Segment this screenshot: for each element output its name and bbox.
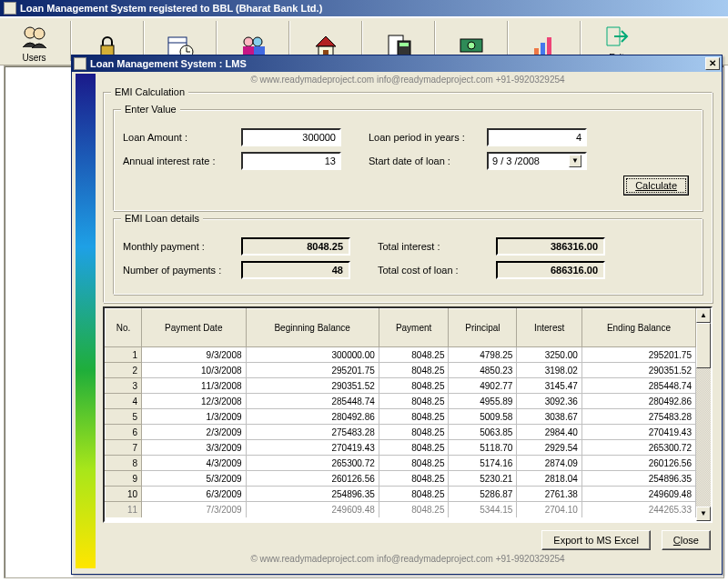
table-row[interactable]: 412/3/2008285448.748048.254955.893092.36… (106, 394, 696, 409)
monthly-payment-value: 8048.25 (241, 237, 350, 256)
table-row[interactable]: 106/3/2009254896.358048.255286.872761.38… (106, 487, 696, 502)
table-cell: 7/3/2009 (142, 502, 247, 517)
table-row[interactable]: 19/3/2008300000.008048.254798.253250.002… (106, 347, 696, 363)
table-cell: 254896.35 (581, 471, 695, 487)
table-cell: 295201.75 (246, 363, 379, 378)
amortization-table-wrap: No.Payment DateBeginning BalancePaymentP… (103, 306, 713, 523)
table-cell: 2984.40 (517, 425, 581, 440)
table-cell: 260126.56 (581, 456, 695, 471)
loan-amount-input[interactable] (241, 128, 341, 146)
toolbar-label: Users (22, 53, 46, 63)
table-cell: 8048.25 (379, 502, 449, 517)
monthly-payment-label: Monthly payment : (123, 241, 241, 252)
table-cell: 290351.52 (581, 363, 695, 378)
table-cell: 3250.00 (517, 347, 581, 363)
table-cell: 270419.43 (246, 440, 379, 456)
table-header[interactable]: No. (106, 309, 142, 347)
scroll-down-icon[interactable]: ▼ (696, 507, 711, 521)
table-cell: 11/3/2008 (142, 378, 247, 394)
table-row[interactable]: 51/3/2009280492.868048.255009.583038.672… (106, 409, 696, 425)
loan-period-label: Loan period in years : (369, 132, 487, 143)
table-cell: 10 (106, 487, 142, 502)
table-cell: 3198.02 (517, 363, 581, 378)
table-row[interactable]: 95/3/2009260126.568048.255230.212818.042… (106, 471, 696, 487)
table-row[interactable]: 210/3/2008295201.758048.254850.233198.02… (106, 363, 696, 378)
table-cell: 5286.87 (449, 487, 517, 502)
table-cell: 6/3/2009 (142, 487, 247, 502)
table-cell: 4/3/2009 (142, 456, 247, 471)
table-cell: 5118.70 (449, 440, 517, 456)
table-row[interactable]: 117/3/2009249609.488048.255344.152704.10… (106, 502, 696, 517)
table-cell: 7 (106, 440, 142, 456)
loan-period-input[interactable] (487, 128, 587, 146)
table-cell: 4902.77 (449, 378, 517, 394)
total-interest-value: 386316.00 (496, 237, 605, 256)
close-icon[interactable]: ✕ (705, 57, 720, 70)
table-cell: 8048.25 (379, 425, 449, 440)
close-button[interactable]: Close (662, 530, 711, 550)
table-row[interactable]: 62/3/2009275483.288048.255063.852984.402… (106, 425, 696, 440)
table-cell: 9 (106, 471, 142, 487)
table-header[interactable]: Interest (517, 309, 581, 347)
dialog-title: Loan Management System : LMS (90, 58, 247, 69)
scroll-up-icon[interactable]: ▲ (696, 308, 711, 323)
table-cell: 300000.00 (246, 347, 379, 363)
table-cell: 270419.43 (581, 425, 695, 440)
table-cell: 275483.28 (581, 409, 695, 425)
amortization-table[interactable]: No.Payment DateBeginning BalancePaymentP… (105, 308, 696, 517)
table-cell: 2/3/2009 (142, 425, 247, 440)
table-cell: 8 (106, 456, 142, 471)
total-cost-value: 686316.00 (496, 261, 605, 279)
table-cell: 5063.85 (449, 425, 517, 440)
table-cell: 265300.72 (581, 440, 695, 456)
start-date-picker[interactable]: 9 / 3 /2008 ▼ (487, 152, 587, 170)
table-cell: 5344.15 (449, 502, 517, 517)
table-header[interactable]: Payment (379, 309, 449, 347)
table-cell: 280492.86 (581, 394, 695, 409)
table-cell: 8048.25 (379, 409, 449, 425)
table-cell: 8048.25 (379, 456, 449, 471)
table-cell: 249609.48 (246, 502, 379, 517)
table-cell: 3/3/2009 (142, 440, 247, 456)
chevron-down-icon[interactable]: ▼ (569, 155, 581, 167)
export-button[interactable]: Export to MS Excel (541, 530, 651, 550)
table-cell: 260126.56 (246, 471, 379, 487)
table-cell: 295201.75 (581, 347, 695, 363)
table-row[interactable]: 311/3/2008290351.528048.254902.773145.47… (106, 378, 696, 394)
table-cell: 4955.89 (449, 394, 517, 409)
table-cell: 280492.86 (246, 409, 379, 425)
scroll-thumb[interactable] (696, 323, 711, 368)
annual-rate-input[interactable] (241, 152, 341, 170)
vertical-scrollbar[interactable]: ▲ ▼ (696, 308, 711, 521)
table-cell: 2761.38 (517, 487, 581, 502)
emi-calculation-group: EMI Calculation Enter Value Loan Amount … (103, 92, 713, 303)
header-watermark: © www.readymadeproject.com info@readymad… (99, 75, 716, 85)
table-cell: 285448.74 (246, 394, 379, 409)
table-cell: 8048.25 (379, 394, 449, 409)
dialog-icon (74, 57, 86, 70)
table-cell: 3092.36 (517, 394, 581, 409)
table-header[interactable]: Principal (449, 309, 517, 347)
total-cost-label: Total cost of loan : (378, 265, 496, 276)
table-cell: 2874.09 (517, 456, 581, 471)
table-cell: 11 (106, 502, 142, 517)
table-header[interactable]: Payment Date (142, 309, 247, 347)
table-row[interactable]: 84/3/2009265300.728048.255174.162874.092… (106, 456, 696, 471)
group-title: EMI Calculation (111, 86, 188, 97)
table-row[interactable]: 73/3/2009270419.438048.255118.702929.542… (106, 440, 696, 456)
rainbow-stripe (76, 74, 96, 568)
table-cell: 10/3/2008 (142, 363, 247, 378)
table-header[interactable]: Ending Balance (581, 309, 695, 347)
table-cell: 6 (106, 425, 142, 440)
table-header[interactable]: Beginning Balance (246, 309, 379, 347)
num-payments-value: 48 (241, 261, 350, 279)
users-icon (20, 22, 49, 51)
table-cell: 290351.52 (246, 378, 379, 394)
table-cell: 254896.35 (246, 487, 379, 502)
table-cell: 5009.58 (449, 409, 517, 425)
table-cell: 4 (106, 394, 142, 409)
app-icon (4, 2, 16, 15)
table-cell: 5174.16 (449, 456, 517, 471)
toolbar-users[interactable]: Users (0, 22, 68, 65)
calculate-button[interactable]: Calculate (623, 176, 689, 196)
